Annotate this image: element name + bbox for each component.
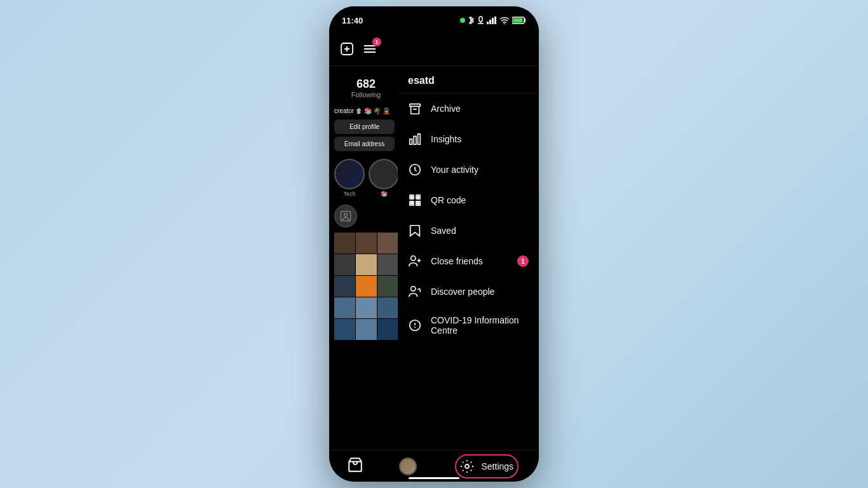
- highlight-item-2[interactable]: 📚: [369, 159, 398, 197]
- grid-cell[interactable]: [334, 319, 355, 340]
- svg-rect-23: [414, 136, 416, 144]
- covid-icon: [408, 318, 422, 332]
- grid-cell[interactable]: [356, 297, 377, 318]
- green-dot-icon: [460, 18, 465, 23]
- profile-bio: creator 🗑 📚 🌴 💂: [334, 105, 398, 117]
- following-count: 682: [334, 78, 398, 91]
- svg-rect-32: [416, 201, 418, 203]
- saved-icon: [408, 224, 422, 238]
- discover-people-icon: [408, 285, 422, 299]
- qr-code-icon: [408, 193, 422, 207]
- battery-icon: [512, 17, 526, 24]
- grid-cell[interactable]: [377, 276, 398, 297]
- highlight-circle-2[interactable]: [369, 159, 398, 189]
- highlight-item[interactable]: Tech: [334, 159, 365, 197]
- top-nav: 1: [329, 34, 539, 66]
- grid-cell[interactable]: [356, 319, 377, 340]
- settings-area[interactable]: Settings: [452, 459, 521, 474]
- add-post-icon[interactable]: [339, 41, 355, 57]
- menu-item-discover-people[interactable]: Discover people: [398, 276, 539, 307]
- grid-cell[interactable]: [356, 276, 377, 297]
- menu-item-insights[interactable]: Insights: [398, 124, 539, 154]
- svg-rect-35: [419, 204, 421, 206]
- covid-label: COVID-19 Information Centre: [431, 315, 529, 336]
- discover-people-label: Discover people: [431, 287, 529, 297]
- phone-frame: 11:40: [329, 6, 539, 482]
- menu-username: esatd: [398, 66, 539, 93]
- svg-rect-27: [411, 196, 413, 198]
- avatar-wrapper[interactable]: [399, 458, 417, 475]
- profile-photo-placeholder: [334, 205, 357, 227]
- close-friends-label: Close friends: [431, 256, 508, 266]
- highlight-tech-circle[interactable]: [334, 159, 365, 189]
- highlight-label-2: 📚: [369, 191, 398, 197]
- status-bar: 11:40: [329, 6, 539, 34]
- svg-rect-29: [417, 196, 419, 198]
- home-indicator: [409, 477, 459, 479]
- settings-icon[interactable]: [459, 459, 475, 474]
- highlights-row: Tech 📚: [334, 154, 398, 202]
- grid-cell[interactable]: [377, 319, 398, 340]
- svg-rect-24: [418, 134, 421, 145]
- svg-rect-4: [489, 20, 491, 24]
- main-area: 682 Following creator 🗑 📚 🌴 💂 Edit profi…: [329, 66, 539, 450]
- svg-point-7: [504, 24, 505, 24]
- menu-item-archive[interactable]: Archive: [398, 93, 539, 124]
- insights-icon: [408, 132, 422, 146]
- qr-code-label: QR code: [431, 195, 529, 205]
- status-time: 11:40: [342, 16, 363, 25]
- grid-cell[interactable]: [356, 254, 377, 275]
- menu-item-covid[interactable]: COVID-19 Information Centre: [398, 307, 539, 344]
- svg-rect-34: [416, 204, 418, 206]
- edit-profile-button[interactable]: Edit profile: [334, 119, 395, 134]
- grid-cell[interactable]: [334, 297, 355, 318]
- menu-wrapper[interactable]: 1: [362, 41, 377, 59]
- mic-icon: [477, 16, 484, 25]
- menu-item-qr-code[interactable]: QR code: [398, 185, 539, 215]
- svg-point-19: [344, 214, 348, 217]
- archive-label: Archive: [431, 104, 529, 114]
- svg-rect-6: [494, 17, 496, 24]
- saved-label: Saved: [431, 226, 529, 236]
- email-address-button[interactable]: Email address: [334, 137, 395, 151]
- grid-cell[interactable]: [377, 233, 398, 254]
- close-friends-icon: [408, 254, 422, 268]
- menu-item-your-activity[interactable]: Your activity: [398, 154, 539, 185]
- svg-rect-9: [513, 18, 523, 23]
- bluetooth-icon: [468, 16, 475, 25]
- menu-item-saved[interactable]: Saved: [398, 215, 539, 246]
- svg-rect-20: [410, 104, 421, 107]
- grid-cell[interactable]: [334, 233, 355, 254]
- bottom-nav: Settings: [329, 450, 539, 482]
- avatar[interactable]: [399, 458, 417, 475]
- your-activity-label: Your activity: [431, 165, 529, 175]
- shop-icon-wrapper[interactable]: [347, 457, 363, 476]
- following-label: Following: [334, 91, 398, 98]
- grid-cell[interactable]: [334, 254, 355, 275]
- menu-badge: 1: [372, 37, 381, 46]
- wifi-icon: [499, 17, 510, 24]
- menu-item-close-friends[interactable]: Close friends 1: [398, 246, 539, 276]
- your-activity-icon: [408, 163, 422, 177]
- grid-cell[interactable]: [356, 233, 377, 254]
- photo-grid: [334, 233, 398, 340]
- svg-point-39: [411, 287, 416, 291]
- close-friends-badge: 1: [517, 255, 529, 267]
- svg-rect-0: [479, 17, 482, 22]
- grid-cell[interactable]: [377, 297, 398, 318]
- grid-cell[interactable]: [334, 276, 355, 297]
- svg-rect-33: [419, 201, 421, 203]
- status-icons: [460, 16, 526, 25]
- highlight-tech-label: Tech: [334, 191, 365, 197]
- left-panel: 682 Following creator 🗑 📚 🌴 💂 Edit profi…: [329, 66, 398, 450]
- add-post-wrapper[interactable]: [339, 41, 355, 59]
- svg-rect-31: [411, 203, 413, 205]
- svg-rect-22: [410, 139, 412, 144]
- signal-icon: [487, 17, 497, 24]
- shop-icon[interactable]: [347, 457, 363, 473]
- svg-point-44: [465, 464, 469, 468]
- grid-cell[interactable]: [377, 254, 398, 275]
- archive-icon: [408, 102, 422, 116]
- settings-label[interactable]: Settings: [481, 461, 513, 471]
- svg-rect-5: [492, 18, 494, 24]
